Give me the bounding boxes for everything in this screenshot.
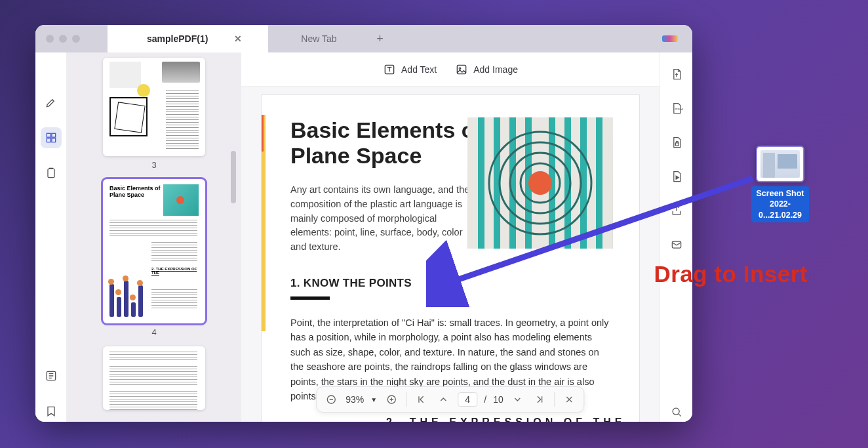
- page-hero-image: [467, 117, 613, 249]
- svg-point-28: [673, 408, 679, 415]
- add-tab-button[interactable]: +: [370, 32, 391, 46]
- clipboard-icon[interactable]: [41, 163, 62, 184]
- tab-new[interactable]: New Tab: [268, 25, 369, 52]
- zoom-in-button[interactable]: [384, 392, 399, 407]
- svg-text:PDF/A: PDF/A: [675, 108, 682, 111]
- thumbnail-panel[interactable]: 3 Basic Elements of Plane Space 2. THE E…: [67, 52, 241, 422]
- fullscreen-window-button[interactable]: [72, 35, 80, 43]
- svg-rect-0: [47, 133, 50, 137]
- page-thumbnail[interactable]: [103, 346, 205, 410]
- heading-rule: [290, 296, 330, 300]
- document-canvas[interactable]: Basic Elements of Plane Space Any art co…: [241, 87, 660, 422]
- next-page-button[interactable]: [510, 392, 526, 407]
- right-toolbar: PDF/A: [660, 52, 692, 422]
- last-page-button[interactable]: [532, 392, 548, 407]
- thumbnail-number: 3: [151, 160, 156, 170]
- first-page-button[interactable]: [413, 392, 429, 407]
- document-toolbar: Add Text Add Image: [241, 52, 660, 87]
- add-text-button[interactable]: Add Text: [383, 63, 437, 76]
- svg-rect-7: [458, 65, 466, 73]
- document-area: Add Text Add Image Basic Elements of Pla…: [241, 52, 660, 422]
- traffic-lights: [46, 35, 80, 43]
- tab-label: samplePDF(1): [147, 33, 208, 44]
- app-window: samplePDF(1) ✕ New Tab + 3: [35, 25, 692, 422]
- zoom-bar: 93% ▼ 4 / 10: [316, 386, 584, 413]
- zoom-percent[interactable]: 93%: [345, 394, 364, 405]
- file-thumb-icon: [756, 146, 804, 182]
- brand-icon: [662, 35, 678, 42]
- tab-strip: samplePDF(1) ✕ New Tab +: [108, 25, 391, 52]
- svg-rect-2: [47, 138, 50, 142]
- play-file-icon[interactable]: [667, 167, 686, 186]
- prev-page-button[interactable]: [435, 392, 451, 407]
- lock-file-icon[interactable]: [667, 132, 686, 152]
- bookmark-icon[interactable]: [41, 401, 62, 422]
- titlebar: samplePDF(1) ✕ New Tab +: [35, 25, 692, 52]
- svg-point-8: [460, 68, 462, 70]
- pdfa-icon[interactable]: PDF/A: [667, 98, 686, 118]
- left-toolbar: [35, 52, 67, 422]
- zoom-out-button[interactable]: [323, 392, 339, 407]
- ocr-icon[interactable]: [41, 365, 62, 386]
- thumbnails-icon[interactable]: [41, 127, 62, 148]
- svg-rect-3: [51, 138, 55, 142]
- add-image-button[interactable]: Add Image: [455, 63, 518, 76]
- page-intro: Any art contains its own language, and t…: [290, 183, 474, 255]
- close-tab-icon[interactable]: ✕: [234, 33, 242, 44]
- svg-rect-1: [51, 133, 55, 137]
- mail-icon[interactable]: [667, 235, 686, 255]
- total-pages: 10: [493, 394, 503, 405]
- thumb-title: Basic Elements of Plane Space: [109, 186, 162, 199]
- page-sub2: 2. THE EXPRESSION OF THE: [386, 417, 625, 422]
- thumbnail-number: 4: [151, 327, 156, 337]
- add-text-label: Add Text: [401, 64, 437, 75]
- thumb-sub: 2. THE EXPRESSION OF THE: [151, 267, 197, 275]
- zoom-dropdown-icon[interactable]: ▼: [370, 396, 377, 403]
- annotation-text: Drag to Insert: [654, 261, 808, 287]
- search-icon[interactable]: [667, 402, 686, 422]
- svg-rect-27: [672, 241, 681, 248]
- page-thumbnail-selected[interactable]: Basic Elements of Plane Space 2. THE EXP…: [103, 179, 205, 323]
- share-icon[interactable]: [667, 201, 686, 220]
- page-h2: 1. KNOW THE POINTS: [290, 277, 610, 290]
- convert-icon[interactable]: [667, 64, 686, 84]
- tab-label: New Tab: [301, 33, 336, 44]
- page-content[interactable]: Basic Elements of Plane Space Any art co…: [261, 94, 640, 422]
- close-zoom-bar-button[interactable]: [562, 392, 578, 407]
- image-icon: [455, 63, 468, 76]
- file-name-label: Screen Shot2022-0...21.02.29: [751, 186, 809, 222]
- svg-rect-26: [675, 143, 679, 146]
- svg-point-22: [528, 171, 552, 195]
- tab-active[interactable]: samplePDF(1) ✕: [108, 25, 268, 52]
- add-image-label: Add Image: [473, 64, 518, 75]
- desktop-file[interactable]: Screen Shot2022-0...21.02.29: [751, 146, 809, 222]
- highlighter-icon[interactable]: [41, 92, 62, 113]
- text-icon: [383, 63, 396, 76]
- svg-rect-4: [48, 169, 54, 177]
- current-page-input[interactable]: 4: [458, 392, 477, 407]
- scrollbar-thumb[interactable]: [231, 151, 236, 203]
- page-thumbnail[interactable]: [103, 58, 205, 156]
- minimize-window-button[interactable]: [59, 35, 67, 43]
- page-title: Basic Elements of Plane Space: [290, 117, 487, 169]
- page-sep: /: [484, 394, 486, 405]
- close-window-button[interactable]: [46, 35, 54, 43]
